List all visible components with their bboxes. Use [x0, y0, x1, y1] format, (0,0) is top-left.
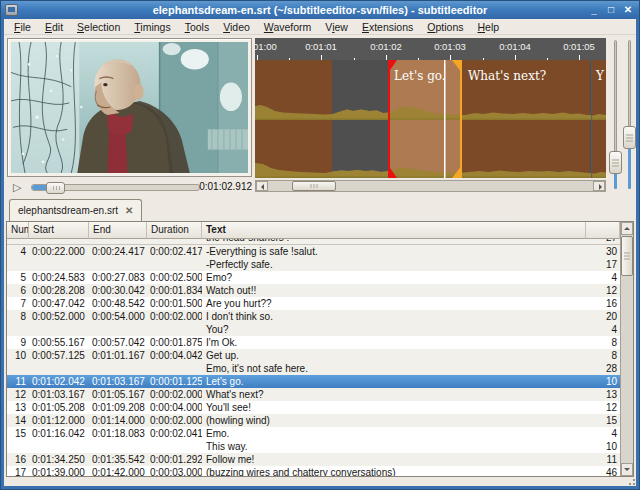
table-row[interactable]: 50:00:24.5830:00:27.0830:00:02.500 Emo? …: [7, 271, 620, 284]
table-scrollbar[interactable]: [620, 222, 633, 476]
table-row[interactable]: 130:01:05.2080:01:09.2080:00:04.000 You'…: [7, 401, 620, 414]
tab-label: elephantsdream-en.srt: [18, 205, 118, 216]
menu-view[interactable]: View: [318, 20, 355, 34]
tab-close-icon[interactable]: ✕: [125, 205, 133, 216]
video-frame-image: [11, 42, 248, 173]
table-row[interactable]: 70:00:47.0420:00:48.5420:00:01.500 Are y…: [7, 297, 620, 310]
menu-edit[interactable]: Edit: [38, 20, 70, 34]
header-num[interactable]: Num: [7, 222, 29, 239]
table-row[interactable]: 90:00:55.1670:00:57.0420:00:01.875 I'm O…: [7, 336, 620, 349]
table-row[interactable]: 120:01:03.1670:01:05.1670:00:02.000 What…: [7, 388, 620, 401]
table-body: the head-snarlers ! 27 40:00:22.0000:00:…: [7, 239, 620, 476]
menubar: File Edit Selection Timings Tools Video …: [4, 19, 636, 35]
scale-slider-handle[interactable]: [623, 126, 636, 149]
table-row[interactable]: 140:01:12.0000:01:14.0000:00:02.000 (how…: [7, 414, 620, 427]
table-row[interactable]: 170:01:39.0000:01:42.0000:00:03.000 (buz…: [7, 466, 620, 476]
current-time: 0:01:02.912: [199, 181, 252, 192]
table-row[interactable]: 40:00:22.0000:00:24.4170:00:02.417 -Ever…: [7, 245, 620, 271]
window-icon: [5, 4, 18, 16]
menu-video[interactable]: Video: [216, 20, 257, 34]
titlebar[interactable]: elephantsdream-en.srt (~/subtitleeditor-…: [1, 1, 639, 19]
region-start-marker[interactable]: [388, 60, 390, 178]
header-start[interactable]: Start: [29, 222, 89, 239]
table-row[interactable]: 80:00:52.0000:00:54.0000:00:02.000 I don…: [7, 310, 620, 336]
waveform-scale-slider[interactable]: [623, 38, 636, 191]
menu-waveform[interactable]: Waveform: [257, 20, 318, 34]
waveform-ruler: 0:01:00 0:01:01 0:01:02 0:01:03 0:01:04 …: [255, 38, 606, 60]
scroll-right-icon[interactable]: [593, 181, 605, 191]
subtitle-table: Num Start End Duration Text the head-sna…: [6, 221, 634, 477]
region-label-next: What's next?: [468, 69, 546, 83]
close-icon[interactable]: ✕: [623, 1, 633, 19]
header-duration[interactable]: Duration: [147, 222, 202, 239]
table-row-selected[interactable]: 110:01:02.0420:01:03.1670:00:01.125 Let'…: [7, 375, 620, 388]
window-title: elephantsdream-en.srt (~/subtitleeditor-…: [153, 4, 488, 16]
waveform-canvas[interactable]: Let's go. What's next? Y: [255, 60, 606, 178]
ruler-label: 0:01:02: [370, 41, 402, 52]
ruler-label: 0:01:04: [499, 41, 531, 52]
tabbar: elephantsdream-en.srt ✕: [4, 198, 636, 221]
table-row[interactable]: 100:00:57.1250:01:01.1670:00:04.042 Get …: [7, 349, 620, 375]
maximize-icon[interactable]: □: [606, 1, 616, 19]
menu-tools[interactable]: Tools: [178, 20, 217, 34]
zoom-slider-handle[interactable]: [609, 151, 622, 174]
table-row[interactable]: 60:00:28.2080:00:30.0420:00:01.834 Watch…: [7, 284, 620, 297]
video-controls: ▷ 0:01:02.912: [7, 180, 252, 195]
scroll-up-icon[interactable]: [621, 222, 633, 235]
main-content: ▷ 0:01:02.912 0:01:00 0:01:01 0:01:02 0:…: [4, 35, 636, 486]
menu-file[interactable]: File: [7, 20, 38, 34]
play-icon[interactable]: ▷: [13, 181, 21, 194]
menu-selection[interactable]: Selection: [70, 20, 127, 34]
waveform-scroll-thumb[interactable]: [292, 181, 336, 191]
table-row[interactable]: 150:01:16.0420:01:18.0830:00:02.041 Emo.…: [7, 427, 620, 453]
waveform-zoom-slider[interactable]: [609, 38, 622, 191]
table-scroll-thumb[interactable]: [621, 236, 633, 276]
minimize-icon[interactable]: _: [589, 1, 599, 19]
table-row[interactable]: 160:01:34.2500:01:35.5420:00:01.292 Foll…: [7, 453, 620, 466]
waveform-scrollbar[interactable]: [255, 180, 606, 192]
region-label-current: Let's go.: [394, 69, 446, 83]
ruler-label: 0:01:00: [255, 41, 277, 52]
header-text[interactable]: Text: [202, 222, 586, 239]
ruler-label: 0:01:05: [563, 41, 595, 52]
table-header: Num Start End Duration Text: [7, 222, 620, 239]
seek-handle[interactable]: [46, 182, 65, 194]
menu-extensions[interactable]: Extensions: [355, 20, 420, 34]
header-count[interactable]: [586, 222, 620, 239]
header-end[interactable]: End: [89, 222, 147, 239]
region-label-upcoming: Y: [596, 69, 604, 83]
statusbar: [4, 478, 636, 486]
ruler-label: 0:01:03: [434, 41, 466, 52]
ruler-label: 0:01:01: [305, 41, 337, 52]
waveform-view[interactable]: 0:01:00 0:01:01 0:01:02 0:01:03 0:01:04 …: [255, 38, 606, 193]
tab-elephantsdream[interactable]: elephantsdream-en.srt ✕: [9, 199, 142, 221]
scroll-down-icon[interactable]: [621, 463, 633, 476]
menu-timings[interactable]: Timings: [127, 20, 177, 34]
menu-help[interactable]: Help: [471, 20, 507, 34]
video-preview[interactable]: [7, 38, 252, 177]
menu-options[interactable]: Options: [420, 20, 470, 34]
subtitleeditor-window: elephantsdream-en.srt (~/subtitleeditor-…: [0, 0, 640, 490]
scroll-left-icon[interactable]: [256, 181, 268, 191]
resize-grip-icon[interactable]: [627, 477, 635, 485]
seek-slider[interactable]: [31, 184, 200, 191]
region-end-marker[interactable]: [460, 60, 462, 178]
